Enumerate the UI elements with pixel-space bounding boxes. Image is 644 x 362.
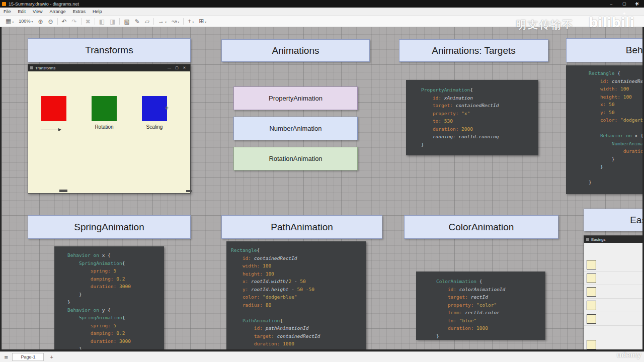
translation-arrow-icon — [41, 130, 58, 130]
line-color-icon[interactable]: ✎ — [132, 17, 142, 27]
easings-app-screenshot[interactable]: Easings — [584, 235, 644, 352]
code-line: Behavior on x { — [67, 251, 161, 259]
waypoints-icon[interactable]: ↝▾ — [169, 16, 182, 27]
chevron-down-icon: ▾ — [178, 21, 179, 24]
code-line: id: colorAnimationId — [436, 286, 542, 294]
toolbar-separator — [57, 18, 58, 25]
easings-window-title: Easings — [591, 237, 605, 242]
shape-spring-animation-header[interactable]: SpringAnimation — [28, 215, 191, 239]
watermark-chinese-text: 明支传输不 — [516, 18, 574, 32]
code-line: duration: 1000 — [436, 324, 542, 332]
easing-preview-icon — [587, 260, 596, 269]
delete-icon[interactable]: ✖ — [83, 17, 93, 27]
shape-path-animation-header[interactable]: PathAnimation — [221, 215, 382, 239]
shadow-icon[interactable]: ▱ — [142, 17, 152, 27]
code-line: height: 100 — [589, 93, 644, 101]
to-back-icon[interactable]: ◨ — [107, 17, 118, 27]
easing-list-item[interactable] — [584, 299, 644, 312]
code-line: target: containedRectId — [421, 102, 535, 110]
shape-property-animation[interactable]: PropertyAnimation — [233, 86, 358, 110]
scaling-label: Scaling — [137, 124, 172, 130]
code-block-path-animation[interactable]: Rectangle{ id: containedRectId width: 10… — [226, 241, 366, 352]
code-block-color-animation[interactable]: ColorAnimation { id: colorAnimationId ta… — [416, 272, 545, 340]
rotation-label: Rotation — [87, 124, 122, 130]
fill-color-icon[interactable]: ▧ — [121, 17, 132, 27]
code-line: x: rootId.width/2 - 50 — [231, 278, 363, 286]
zoom-level-select[interactable]: 100%▾ — [16, 16, 35, 27]
watermark-sparkle-icon: + — [623, 11, 625, 16]
code-line: duration: 1000 — [589, 147, 644, 155]
pages-menu-icon[interactable]: ≣ — [0, 354, 12, 360]
easing-list-item[interactable] — [584, 285, 644, 299]
shape-rotation-animation[interactable]: RotationAnimation — [233, 147, 358, 170]
diagram-canvas[interactable]: Transforms Animations Animations: Target… — [0, 27, 644, 352]
shape-animations-header[interactable]: Animations — [221, 39, 370, 62]
easings-window-icon — [586, 238, 589, 241]
zoom-out-icon[interactable]: ⊖ — [45, 17, 55, 27]
code-line — [589, 171, 644, 179]
easing-list-item[interactable] — [584, 258, 644, 272]
code-line: id: containedRectId — [589, 77, 644, 85]
code-line: radius: 80 — [231, 301, 363, 309]
code-line: } — [67, 298, 161, 306]
easing-list-item[interactable] — [584, 312, 644, 326]
shape-number-animation[interactable]: NumberAnimation — [233, 117, 358, 140]
code-line: id: pathAnimationId — [231, 324, 363, 332]
easing-preview-icon — [587, 301, 596, 310]
page-tab[interactable]: Page-1 — [12, 353, 44, 361]
connection-icon[interactable]: →▾ — [155, 16, 169, 27]
shape-color-animation-header[interactable]: ColorAnimation — [404, 215, 558, 239]
code-line: NumberAnimation { — [589, 140, 644, 148]
close-icon: ✕ — [181, 64, 188, 71]
redo-icon[interactable]: ↷ — [69, 17, 79, 27]
shape-easings-header[interactable]: Easings — [584, 209, 644, 231]
code-line: y: rootId.height - 50 -50 — [231, 286, 363, 294]
code-block-spring-animation[interactable]: Behavior on x { SpringAnimation{ spring:… — [54, 246, 164, 352]
transforms-window-icon — [30, 66, 33, 69]
code-line: id: xAnimation — [421, 94, 535, 102]
window-titlebar: 15-Summary.drawio - diagrams.net – ▢ ✕ — [0, 0, 644, 8]
code-line: SpringAnimation{ — [67, 259, 161, 267]
menu-extras[interactable]: Extras — [69, 9, 89, 14]
chevron-down-icon: ▾ — [205, 21, 206, 24]
add-page-button[interactable]: + — [46, 354, 57, 360]
code-line: property: "x" — [421, 110, 535, 118]
easing-preview-icon — [587, 274, 596, 283]
code-line: from: rectId.color — [436, 309, 542, 317]
easings-window-titlebar: Easings — [584, 236, 644, 243]
code-line: } — [436, 332, 542, 340]
code-line: x: 50 — [589, 101, 644, 109]
shape-behaviors-header[interactable]: Behaviors — [566, 38, 644, 62]
insert-icon[interactable]: +▾ — [185, 16, 196, 27]
undo-icon[interactable]: ↶ — [59, 17, 69, 27]
menu-view[interactable]: View — [29, 9, 46, 14]
code-line: ColorAnimation { — [436, 278, 542, 286]
code-line: height: 100 — [231, 270, 363, 278]
menu-arrange[interactable]: Arrange — [46, 9, 69, 14]
code-line: } — [67, 345, 161, 352]
menu-help[interactable]: Help — [89, 9, 106, 14]
easing-list-item[interactable] — [584, 272, 644, 285]
easing-list-item[interactable] — [584, 338, 644, 351]
transforms-app-screenshot[interactable]: Transforms — ▢ ✕ Rotation Scaling + — [28, 64, 191, 194]
code-line: spring: 5 — [67, 322, 161, 330]
shape-transforms-header[interactable]: Transforms — [28, 38, 191, 62]
zoom-in-icon[interactable]: ⊕ — [35, 17, 45, 27]
code-line: to: 530 — [421, 117, 535, 125]
table-icon[interactable]: ⊞▾ — [196, 16, 209, 27]
blue-rectangle — [142, 96, 167, 121]
code-line: color: "dodgerblue" — [589, 116, 644, 124]
to-front-icon[interactable]: ◧ — [97, 17, 107, 27]
menu-edit[interactable]: Edit — [15, 9, 30, 14]
window-minimize-button[interactable]: – — [605, 0, 618, 8]
window-maximize-button[interactable]: ▢ — [618, 0, 631, 8]
code-block-property-animation[interactable]: PropertyAnimation{ id: xAnimation target… — [406, 80, 538, 155]
transforms-window-controls: — ▢ ✕ — [166, 64, 188, 71]
menu-file[interactable]: File — [0, 9, 15, 14]
app-icon — [2, 2, 6, 6]
shape-animation-targets-header[interactable]: Animations: Targets — [399, 39, 548, 62]
mouse-cursor-icon: + — [165, 105, 169, 112]
view-selector-icon[interactable]: ▦▾ — [3, 16, 16, 27]
toolbar-separator — [183, 18, 184, 25]
code-block-behaviors[interactable]: Rectangle { id: containedRectId width: 1… — [566, 65, 644, 194]
